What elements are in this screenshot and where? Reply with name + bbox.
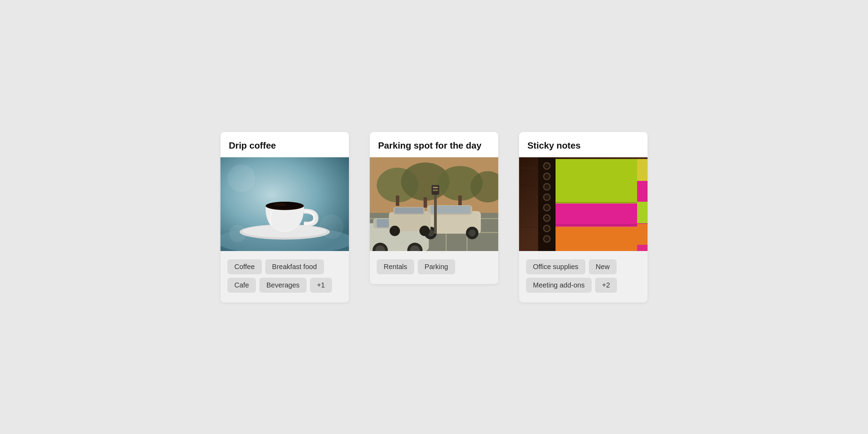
tags-area-drip-coffee: Coffee Breakfast food Cafe Beverages +1 bbox=[220, 251, 349, 302]
svg-point-10 bbox=[229, 225, 247, 242]
svg-rect-78 bbox=[637, 202, 648, 223]
tag-office-supplies[interactable]: Office supplies bbox=[526, 259, 585, 274]
card-drip-coffee: Drip coffee bbox=[220, 132, 349, 302]
cards-container: Drip coffee bbox=[220, 132, 648, 302]
svg-rect-47 bbox=[433, 187, 438, 188]
tag-breakfast-food[interactable]: Breakfast food bbox=[265, 259, 324, 274]
svg-point-43 bbox=[390, 226, 400, 236]
tag-meeting-add-ons[interactable]: Meeting add-ons bbox=[526, 278, 592, 293]
tag-rentals[interactable]: Rentals bbox=[377, 259, 414, 274]
tag-beverages[interactable]: Beverages bbox=[259, 278, 307, 293]
coffee-image bbox=[220, 157, 349, 251]
svg-rect-76 bbox=[637, 159, 648, 180]
svg-point-60 bbox=[545, 185, 549, 189]
svg-point-68 bbox=[545, 227, 549, 230]
svg-point-39 bbox=[469, 229, 476, 236]
parking-image bbox=[370, 157, 498, 251]
svg-rect-80 bbox=[556, 225, 637, 251]
svg-rect-81 bbox=[556, 202, 637, 227]
svg-rect-42 bbox=[395, 208, 423, 214]
card-title-drip-coffee: Drip coffee bbox=[220, 132, 349, 157]
tag-parking[interactable]: Parking bbox=[418, 259, 455, 274]
tags-area-sticky-notes: Office supplies New Meeting add-ons +2 bbox=[519, 251, 648, 302]
svg-point-7 bbox=[274, 203, 286, 206]
svg-point-70 bbox=[545, 237, 549, 241]
svg-point-58 bbox=[545, 175, 549, 178]
card-parking-spot: Parking spot for the day bbox=[370, 132, 498, 284]
svg-rect-79 bbox=[637, 224, 648, 245]
tags-area-parking-spot: Rentals Parking bbox=[370, 251, 498, 284]
card-sticky-notes: Sticky notes bbox=[519, 132, 648, 302]
svg-rect-77 bbox=[637, 181, 648, 202]
tag-coffee[interactable]: Coffee bbox=[227, 259, 262, 274]
svg-point-64 bbox=[545, 206, 549, 209]
svg-point-66 bbox=[545, 216, 549, 220]
tag-extra-count-sticky[interactable]: +2 bbox=[595, 278, 617, 293]
tag-cafe[interactable]: Cafe bbox=[227, 278, 256, 293]
svg-rect-16 bbox=[396, 195, 399, 206]
svg-point-44 bbox=[419, 226, 430, 236]
card-title-parking-spot: Parking spot for the day bbox=[370, 132, 498, 157]
svg-point-8 bbox=[227, 164, 255, 192]
card-title-sticky-notes: Sticky notes bbox=[519, 132, 648, 157]
svg-point-9 bbox=[319, 215, 344, 239]
svg-rect-17 bbox=[424, 197, 427, 208]
svg-point-56 bbox=[545, 164, 549, 168]
svg-rect-82 bbox=[556, 159, 637, 203]
sticky-image bbox=[519, 157, 648, 251]
tag-extra-count-coffee[interactable]: +1 bbox=[310, 278, 332, 293]
svg-point-62 bbox=[545, 195, 549, 199]
svg-rect-18 bbox=[458, 195, 462, 206]
tag-new[interactable]: New bbox=[589, 259, 617, 274]
svg-rect-48 bbox=[433, 190, 438, 191]
